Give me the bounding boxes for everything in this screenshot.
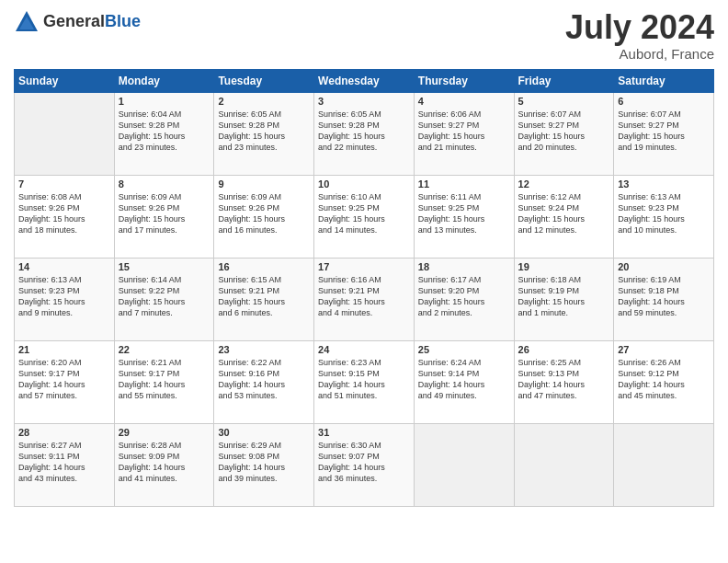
calendar-cell: 30Sunrise: 6:29 AM Sunset: 9:08 PM Dayli… (214, 423, 314, 506)
weekday-header: Wednesday (314, 69, 415, 92)
cell-info: Sunrise: 6:20 AM Sunset: 9:17 PM Dayligh… (18, 357, 110, 402)
day-number: 16 (218, 261, 310, 272)
day-number: 26 (518, 344, 610, 355)
weekday-header: Monday (114, 69, 214, 92)
weekday-header: Thursday (414, 69, 514, 92)
calendar-cell: 28Sunrise: 6:27 AM Sunset: 9:11 PM Dayli… (15, 423, 115, 506)
calendar-cell: 31Sunrise: 6:30 AM Sunset: 9:07 PM Dayli… (314, 423, 415, 506)
cell-info: Sunrise: 6:15 AM Sunset: 9:21 PM Dayligh… (218, 274, 310, 319)
cell-info: Sunrise: 6:24 AM Sunset: 9:14 PM Dayligh… (418, 357, 510, 402)
cell-info: Sunrise: 6:23 AM Sunset: 9:15 PM Dayligh… (318, 357, 410, 402)
calendar-cell: 4Sunrise: 6:06 AM Sunset: 9:27 PM Daylig… (414, 92, 514, 175)
calendar-cell: 23Sunrise: 6:22 AM Sunset: 9:16 PM Dayli… (214, 340, 314, 423)
day-number: 23 (218, 344, 310, 355)
cell-info: Sunrise: 6:17 AM Sunset: 9:20 PM Dayligh… (418, 274, 510, 319)
cell-info: Sunrise: 6:26 AM Sunset: 9:12 PM Dayligh… (618, 357, 710, 402)
day-number: 20 (618, 261, 710, 272)
calendar-cell: 6Sunrise: 6:07 AM Sunset: 9:27 PM Daylig… (614, 92, 714, 175)
cell-info: Sunrise: 6:10 AM Sunset: 9:25 PM Dayligh… (318, 191, 410, 236)
cell-info: Sunrise: 6:05 AM Sunset: 9:28 PM Dayligh… (318, 109, 410, 154)
calendar-cell (514, 423, 614, 506)
weekday-header: Sunday (15, 69, 115, 92)
cell-info: Sunrise: 6:30 AM Sunset: 9:07 PM Dayligh… (318, 440, 410, 485)
calendar-week-row: 21Sunrise: 6:20 AM Sunset: 9:17 PM Dayli… (15, 340, 714, 423)
calendar-cell: 1Sunrise: 6:04 AM Sunset: 9:28 PM Daylig… (114, 92, 214, 175)
weekday-header: Saturday (614, 69, 714, 92)
day-number: 5 (518, 96, 610, 107)
calendar-cell: 18Sunrise: 6:17 AM Sunset: 9:20 PM Dayli… (414, 258, 514, 340)
day-number: 25 (418, 344, 510, 355)
day-number: 29 (119, 427, 210, 438)
calendar-cell: 21Sunrise: 6:20 AM Sunset: 9:17 PM Dayli… (15, 340, 115, 423)
cell-info: Sunrise: 6:07 AM Sunset: 9:27 PM Dayligh… (618, 109, 710, 154)
cell-info: Sunrise: 6:16 AM Sunset: 9:21 PM Dayligh… (318, 274, 410, 319)
cell-info: Sunrise: 6:27 AM Sunset: 9:11 PM Dayligh… (18, 440, 110, 485)
calendar-cell: 15Sunrise: 6:14 AM Sunset: 9:22 PM Dayli… (114, 258, 214, 340)
calendar-cell: 14Sunrise: 6:13 AM Sunset: 9:23 PM Dayli… (15, 258, 115, 340)
cell-info: Sunrise: 6:29 AM Sunset: 9:08 PM Dayligh… (218, 440, 310, 485)
day-number: 31 (318, 427, 410, 438)
cell-info: Sunrise: 6:13 AM Sunset: 9:23 PM Dayligh… (618, 191, 710, 236)
cell-info: Sunrise: 6:09 AM Sunset: 9:26 PM Dayligh… (119, 191, 210, 236)
calendar-week-row: 7Sunrise: 6:08 AM Sunset: 9:26 PM Daylig… (15, 175, 714, 258)
calendar-cell: 22Sunrise: 6:21 AM Sunset: 9:17 PM Dayli… (114, 340, 214, 423)
cell-info: Sunrise: 6:18 AM Sunset: 9:19 PM Dayligh… (518, 274, 610, 319)
day-number: 19 (518, 261, 610, 272)
calendar-cell: 3Sunrise: 6:05 AM Sunset: 9:28 PM Daylig… (314, 92, 415, 175)
cell-info: Sunrise: 6:07 AM Sunset: 9:27 PM Dayligh… (518, 109, 610, 154)
cell-info: Sunrise: 6:06 AM Sunset: 9:27 PM Dayligh… (418, 109, 510, 154)
cell-info: Sunrise: 6:28 AM Sunset: 9:09 PM Dayligh… (119, 440, 210, 485)
day-number: 4 (418, 96, 510, 107)
calendar-cell: 26Sunrise: 6:25 AM Sunset: 9:13 PM Dayli… (514, 340, 614, 423)
calendar-cell: 25Sunrise: 6:24 AM Sunset: 9:14 PM Dayli… (414, 340, 514, 423)
day-number: 17 (318, 261, 410, 272)
calendar-cell: 9Sunrise: 6:09 AM Sunset: 9:26 PM Daylig… (214, 175, 314, 258)
calendar-week-row: 1Sunrise: 6:04 AM Sunset: 9:28 PM Daylig… (15, 92, 714, 175)
calendar-cell: 2Sunrise: 6:05 AM Sunset: 9:28 PM Daylig… (214, 92, 314, 175)
cell-info: Sunrise: 6:11 AM Sunset: 9:25 PM Dayligh… (418, 191, 510, 236)
day-number: 3 (318, 96, 410, 107)
calendar-cell: 19Sunrise: 6:18 AM Sunset: 9:19 PM Dayli… (514, 258, 614, 340)
day-number: 12 (518, 178, 610, 190)
calendar-cell: 11Sunrise: 6:11 AM Sunset: 9:25 PM Dayli… (414, 175, 514, 258)
calendar-cell: 8Sunrise: 6:09 AM Sunset: 9:26 PM Daylig… (114, 175, 214, 258)
day-number: 22 (119, 344, 210, 355)
day-number: 8 (119, 178, 210, 190)
calendar-cell: 29Sunrise: 6:28 AM Sunset: 9:09 PM Dayli… (114, 423, 214, 506)
location: Aubord, France (565, 46, 714, 62)
header: General Blue July 2024 Aubord, France (14, 9, 714, 62)
cell-info: Sunrise: 6:25 AM Sunset: 9:13 PM Dayligh… (518, 357, 610, 402)
calendar-cell: 24Sunrise: 6:23 AM Sunset: 9:15 PM Dayli… (314, 340, 415, 423)
calendar-cell: 10Sunrise: 6:10 AM Sunset: 9:25 PM Dayli… (314, 175, 415, 258)
calendar-cell: 7Sunrise: 6:08 AM Sunset: 9:26 PM Daylig… (15, 175, 115, 258)
day-number: 10 (318, 178, 410, 190)
calendar-cell (15, 92, 115, 175)
calendar-table: SundayMondayTuesdayWednesdayThursdayFrid… (14, 69, 714, 507)
day-number: 7 (18, 178, 110, 190)
title-block: July 2024 Aubord, France (565, 9, 714, 62)
day-number: 30 (218, 427, 310, 438)
day-number: 18 (418, 261, 510, 272)
month-year: July 2024 (565, 9, 714, 46)
calendar-week-row: 28Sunrise: 6:27 AM Sunset: 9:11 PM Dayli… (15, 423, 714, 506)
cell-info: Sunrise: 6:09 AM Sunset: 9:26 PM Dayligh… (218, 191, 310, 236)
calendar-cell: 27Sunrise: 6:26 AM Sunset: 9:12 PM Dayli… (614, 340, 714, 423)
cell-info: Sunrise: 6:04 AM Sunset: 9:28 PM Dayligh… (119, 109, 210, 154)
cell-info: Sunrise: 6:08 AM Sunset: 9:26 PM Dayligh… (18, 191, 110, 236)
day-number: 14 (18, 261, 110, 272)
day-number: 21 (18, 344, 110, 355)
calendar-cell: 20Sunrise: 6:19 AM Sunset: 9:18 PM Dayli… (614, 258, 714, 340)
day-number: 6 (618, 96, 710, 107)
logo: General Blue (14, 9, 141, 35)
cell-info: Sunrise: 6:12 AM Sunset: 9:24 PM Dayligh… (518, 191, 610, 236)
cell-info: Sunrise: 6:21 AM Sunset: 9:17 PM Dayligh… (119, 357, 210, 402)
cell-info: Sunrise: 6:14 AM Sunset: 9:22 PM Dayligh… (119, 274, 210, 319)
weekday-header-row: SundayMondayTuesdayWednesdayThursdayFrid… (15, 69, 714, 92)
logo-icon (14, 9, 40, 35)
cell-info: Sunrise: 6:05 AM Sunset: 9:28 PM Dayligh… (218, 109, 310, 154)
day-number: 2 (218, 96, 310, 107)
calendar-cell: 12Sunrise: 6:12 AM Sunset: 9:24 PM Dayli… (514, 175, 614, 258)
calendar-cell: 16Sunrise: 6:15 AM Sunset: 9:21 PM Dayli… (214, 258, 314, 340)
day-number: 13 (618, 178, 710, 190)
cell-info: Sunrise: 6:19 AM Sunset: 9:18 PM Dayligh… (618, 274, 710, 319)
